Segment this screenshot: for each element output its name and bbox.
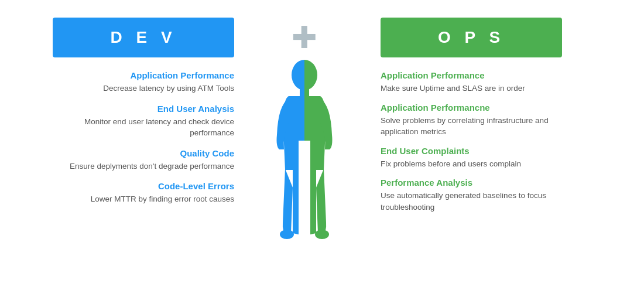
ops-badge: O P S [381,18,562,57]
dev-item-2-title: End User Analysis [59,104,234,114]
svg-point-6 [280,230,294,239]
dev-item-3-desc: Ensure deplyments don't degrade performa… [70,161,234,172]
dev-column: D E V Application Performance Decrease l… [23,18,246,214]
ops-item-1: Application Performance Make sure Uptime… [381,70,525,94]
dev-item-2-desc: Monitor end user latency and check devic… [59,116,234,139]
ops-item-3: End User Complaints Fix problems before … [381,146,521,170]
ops-item-2-title: Application Performancne [381,103,568,113]
ops-item-2: Application Performancne Solve problems … [381,103,568,138]
ops-item-4-title: Performance Analysis [381,178,568,188]
main-container: D E V Application Performance Decrease l… [0,0,644,293]
dev-item-4-title: Code-Level Errors [91,181,234,191]
dev-item-3-title: Quality Code [70,148,234,158]
ops-item-1-desc: Make sure Uptime and SLAS are in order [381,83,525,94]
ops-item-3-title: End User Complaints [381,146,521,156]
plus-icon: ✚ [292,22,317,53]
ops-item-4-desc: Use automatically generated baselines to… [381,190,568,213]
ops-column: O P S Application Performance Make sure … [363,18,621,221]
ops-item-2-desc: Solve problems by correlating infrastruc… [381,115,568,138]
dev-item-4: Code-Level Errors Lower MTTR by finding … [91,181,234,205]
dev-item-1-desc: Decrease latency by using ATM Tools [103,83,234,94]
human-figure [266,59,342,258]
dev-item-2: End User Analysis Monitor end user laten… [59,104,234,139]
ops-item-4: Performance Analysis Use automatically g… [381,178,568,213]
dev-item-3: Quality Code Ensure deplyments don't deg… [70,148,234,172]
ops-item-3-desc: Fix problems before and users complain [381,158,521,170]
dev-item-1: Application Performance Decrease latency… [103,70,234,94]
svg-point-9 [315,230,329,239]
center-column: ✚ [246,18,363,258]
dev-badge: D E V [53,18,234,57]
dev-item-4-desc: Lower MTTR by finding error root causes [91,193,234,205]
ops-item-1-title: Application Performance [381,70,525,80]
dev-item-1-title: Application Performance [103,70,234,80]
